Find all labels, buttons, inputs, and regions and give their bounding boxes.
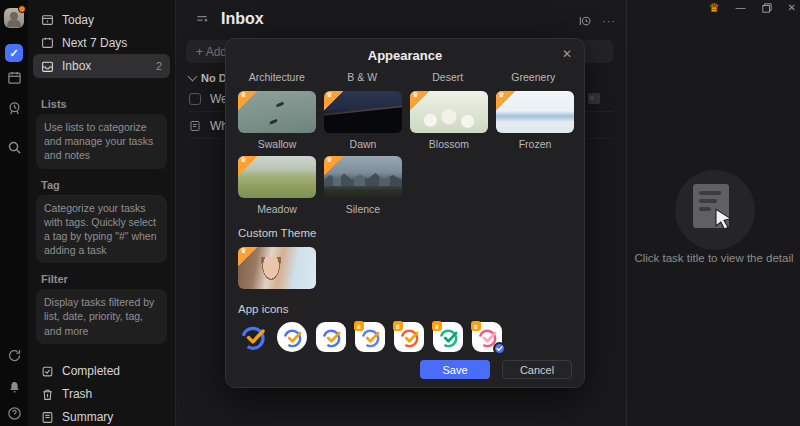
sync-icon[interactable]	[5, 346, 23, 364]
premium-mini-badge: ♛	[471, 321, 481, 331]
empty-state-illustration	[675, 170, 755, 250]
sidebar-item-label: Inbox	[62, 59, 91, 73]
page-title: Inbox	[221, 10, 264, 28]
save-button[interactable]: Save	[420, 360, 490, 379]
cursor-icon	[713, 208, 735, 232]
tasks-nav-icon[interactable]: ✓	[5, 44, 23, 62]
cancel-button[interactable]: Cancel	[502, 360, 572, 379]
theme-swallow[interactable]: ♛ Swallow	[238, 91, 316, 150]
help-icon[interactable]	[5, 404, 23, 422]
sidebar-item-next7days[interactable]: Next 7 Days	[33, 31, 170, 54]
sidebar-item-inbox[interactable]: Inbox 2	[33, 54, 170, 78]
premium-mini-badge: ♛	[432, 321, 442, 331]
app-icons-title: App icons	[238, 303, 572, 315]
app-rail: ✓	[0, 0, 28, 426]
detail-panel: Click task title to view the detail	[626, 0, 800, 426]
app-icon-option-1[interactable]	[238, 322, 268, 352]
theme-labels-row: Architecture B & W Desert Greenery	[238, 71, 572, 83]
premium-corner-badge: ♛	[238, 91, 257, 110]
window-controls: ♛ — ✕	[709, 0, 796, 16]
app-icons-row: ♛ ♛ ♛ ♛	[238, 322, 572, 352]
focus-nav-icon[interactable]	[5, 99, 23, 117]
calendar-nav-icon[interactable]	[5, 68, 23, 86]
sidebar-item-label: Next 7 Days	[62, 36, 127, 50]
completed-icon	[41, 365, 54, 378]
theme-frozen[interactable]: ♛ Frozen	[496, 91, 574, 150]
note-icon	[189, 120, 201, 132]
lists-tip: Use lists to categorize and manage your …	[36, 114, 167, 169]
sidebar-toggle-icon[interactable]	[195, 12, 209, 26]
theme-meadow[interactable]: ♛ Meadow	[238, 156, 316, 215]
theme-label-bw[interactable]: B & W	[324, 71, 402, 83]
theme-label-architecture[interactable]: Architecture	[238, 71, 316, 83]
sidebar: Today Next 7 Days Inbox 2 Lists Use list…	[28, 0, 176, 426]
dialog-header: Appearance ✕	[226, 39, 584, 65]
dialog-buttons: Save Cancel	[420, 360, 572, 379]
app-icon-option-6[interactable]: ♛	[433, 322, 463, 352]
section-header-filter[interactable]: Filter	[41, 273, 162, 285]
theme-label-greenery[interactable]: Greenery	[495, 71, 573, 83]
premium-corner-badge: ♛	[410, 91, 429, 110]
sidebar-item-completed[interactable]: Completed	[33, 360, 170, 383]
premium-corner-badge: ♛	[496, 91, 515, 110]
tag-tip: Categorize your tasks with tags. Quickly…	[36, 195, 167, 264]
dialog-title: Appearance	[226, 48, 584, 63]
bell-icon[interactable]	[5, 378, 23, 396]
empty-state-text: Click task title to view the detail	[627, 252, 800, 264]
sort-icon[interactable]	[578, 14, 592, 28]
main-header: Inbox ···	[177, 0, 626, 38]
chevron-down-icon	[188, 72, 198, 82]
search-icon[interactable]	[5, 138, 23, 156]
sidebar-item-label: Trash	[62, 387, 92, 401]
theme-row: ♛ Meadow ♛ Silence	[238, 156, 572, 215]
theme-blossom[interactable]: ♛ Blossom	[410, 91, 488, 150]
theme-label-desert[interactable]: Desert	[409, 71, 487, 83]
sidebar-item-trash[interactable]: Trash	[33, 383, 170, 406]
avatar[interactable]	[4, 8, 24, 28]
notification-dot	[18, 5, 26, 13]
theme-row: ♛ Swallow ♛ Dawn ♛ Blossom ♛ Froz	[238, 91, 572, 150]
today-icon	[41, 13, 54, 26]
selected-check-badge	[493, 342, 506, 355]
app-icon-option-4[interactable]: ♛	[355, 322, 385, 352]
inbox-icon	[41, 60, 54, 73]
premium-corner-badge: ♛	[324, 156, 343, 175]
task-checkbox[interactable]	[189, 93, 201, 105]
filter-tip: Display tasks filtered by list, date, pr…	[36, 289, 167, 344]
app-icon-option-3[interactable]	[316, 322, 346, 352]
premium-crown-icon[interactable]: ♛	[709, 2, 720, 14]
custom-theme-title: Custom Theme	[238, 227, 572, 239]
minimize-button[interactable]: —	[736, 3, 746, 13]
summary-icon	[41, 411, 54, 424]
sidebar-item-label: Completed	[62, 364, 120, 378]
premium-mini-badge: ♛	[393, 321, 403, 331]
section-header-lists[interactable]: Lists	[41, 98, 162, 110]
app-icon-option-5[interactable]: ♛	[394, 322, 424, 352]
theme-dawn[interactable]: ♛ Dawn	[324, 91, 402, 150]
avatar-body	[7, 19, 21, 27]
trash-icon	[41, 388, 54, 401]
attachment-icon	[588, 93, 600, 104]
theme-silence[interactable]: ♛ Silence	[324, 156, 402, 215]
app-icon-option-7-selected[interactable]: ♛	[472, 322, 502, 352]
close-icon[interactable]: ✕	[562, 47, 572, 61]
next7days-icon	[41, 36, 54, 49]
sidebar-item-summary[interactable]: Summary	[33, 406, 170, 426]
more-options-icon[interactable]: ···	[602, 15, 616, 27]
premium-mini-badge: ♛	[354, 321, 364, 331]
theme-custom[interactable]: ♛	[238, 247, 316, 289]
sidebar-item-today[interactable]: Today	[33, 8, 170, 31]
maximize-button[interactable]	[762, 3, 772, 13]
sidebar-item-label: Today	[62, 13, 94, 27]
sidebar-item-label: Summary	[62, 410, 113, 424]
inbox-count-badge: 2	[156, 60, 162, 72]
close-button[interactable]: ✕	[788, 3, 796, 13]
app-icon-option-2[interactable]	[277, 322, 307, 352]
premium-corner-badge: ♛	[238, 156, 257, 175]
section-header-tag[interactable]: Tag	[41, 179, 162, 191]
premium-corner-badge: ♛	[238, 247, 257, 266]
appearance-dialog: Appearance ✕ Architecture B & W Desert G…	[225, 38, 585, 388]
premium-corner-badge: ♛	[324, 91, 343, 110]
